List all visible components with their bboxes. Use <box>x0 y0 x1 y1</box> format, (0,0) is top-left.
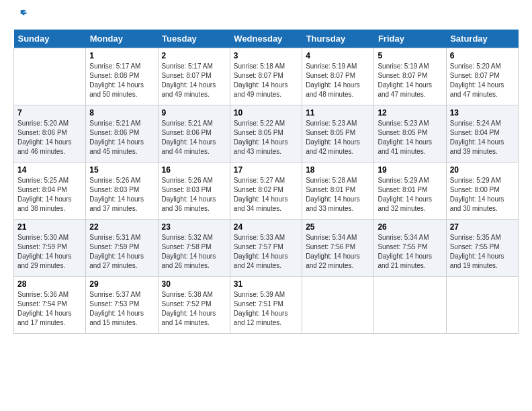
day-info: Sunrise: 5:19 AMSunset: 8:07 PMDaylight:… <box>378 62 442 99</box>
calendar-cell <box>302 277 374 334</box>
page-header <box>13 13 519 23</box>
day-number: 8 <box>89 108 154 118</box>
day-number: 12 <box>378 108 442 118</box>
calendar-cell: 13Sunrise: 5:24 AMSunset: 8:04 PMDayligh… <box>446 105 518 163</box>
day-number: 21 <box>17 222 82 232</box>
calendar-cell: 3Sunrise: 5:18 AMSunset: 8:07 PMDaylight… <box>230 48 302 105</box>
calendar-cell: 2Sunrise: 5:17 AMSunset: 8:07 PMDaylight… <box>158 48 230 105</box>
day-info: Sunrise: 5:30 AMSunset: 7:59 PMDaylight:… <box>17 233 82 271</box>
day-info: Sunrise: 5:20 AMSunset: 8:06 PMDaylight:… <box>17 119 82 156</box>
day-number: 25 <box>306 222 370 232</box>
calendar-cell: 4Sunrise: 5:19 AMSunset: 8:07 PMDaylight… <box>302 48 374 105</box>
day-number: 29 <box>89 279 154 289</box>
day-info: Sunrise: 5:23 AMSunset: 8:05 PMDaylight:… <box>378 119 442 156</box>
weekday-header-saturday: Saturday <box>446 30 518 48</box>
day-number: 2 <box>162 51 226 60</box>
day-info: Sunrise: 5:21 AMSunset: 8:06 PMDaylight:… <box>89 119 154 156</box>
calendar-week-4: 21Sunrise: 5:30 AMSunset: 7:59 PMDayligh… <box>14 220 519 277</box>
calendar-cell: 28Sunrise: 5:36 AMSunset: 7:54 PMDayligh… <box>14 277 86 334</box>
day-number: 13 <box>450 108 515 118</box>
calendar-cell: 26Sunrise: 5:34 AMSunset: 7:55 PMDayligh… <box>374 220 446 277</box>
day-number: 11 <box>306 108 370 118</box>
day-info: Sunrise: 5:20 AMSunset: 8:07 PMDaylight:… <box>450 62 515 99</box>
weekday-header-friday: Friday <box>374 30 446 48</box>
calendar-cell: 23Sunrise: 5:32 AMSunset: 7:58 PMDayligh… <box>158 220 230 277</box>
weekday-header-monday: Monday <box>86 30 158 48</box>
calendar-cell: 18Sunrise: 5:28 AMSunset: 8:01 PMDayligh… <box>302 163 374 220</box>
calendar-cell: 6Sunrise: 5:20 AMSunset: 8:07 PMDaylight… <box>446 48 518 105</box>
weekday-header-tuesday: Tuesday <box>158 30 230 48</box>
day-info: Sunrise: 5:28 AMSunset: 8:01 PMDaylight:… <box>306 176 370 214</box>
day-number: 16 <box>162 165 226 175</box>
day-number: 31 <box>234 279 298 289</box>
day-info: Sunrise: 5:35 AMSunset: 7:55 PMDaylight:… <box>450 233 515 271</box>
day-info: Sunrise: 5:38 AMSunset: 7:52 PMDaylight:… <box>162 290 226 328</box>
day-info: Sunrise: 5:31 AMSunset: 7:59 PMDaylight:… <box>89 233 154 271</box>
day-info: Sunrise: 5:33 AMSunset: 7:57 PMDaylight:… <box>234 233 298 271</box>
day-number: 5 <box>378 51 442 60</box>
day-info: Sunrise: 5:17 AMSunset: 8:08 PMDaylight:… <box>89 62 154 99</box>
calendar-cell: 22Sunrise: 5:31 AMSunset: 7:59 PMDayligh… <box>86 220 158 277</box>
day-number: 10 <box>234 108 298 118</box>
calendar-cell: 1Sunrise: 5:17 AMSunset: 8:08 PMDaylight… <box>86 48 158 105</box>
day-number: 26 <box>378 222 442 232</box>
calendar-header-row: SundayMondayTuesdayWednesdayThursdayFrid… <box>14 30 519 48</box>
calendar-cell: 12Sunrise: 5:23 AMSunset: 8:05 PMDayligh… <box>374 105 446 163</box>
calendar-cell: 16Sunrise: 5:26 AMSunset: 8:03 PMDayligh… <box>158 163 230 220</box>
day-info: Sunrise: 5:29 AMSunset: 8:00 PMDaylight:… <box>450 176 515 214</box>
day-info: Sunrise: 5:34 AMSunset: 7:56 PMDaylight:… <box>306 233 370 271</box>
day-number: 22 <box>89 222 154 232</box>
calendar-cell: 25Sunrise: 5:34 AMSunset: 7:56 PMDayligh… <box>302 220 374 277</box>
calendar-cell: 31Sunrise: 5:39 AMSunset: 7:51 PMDayligh… <box>230 277 302 334</box>
day-number: 4 <box>306 51 370 60</box>
day-number: 23 <box>162 222 226 232</box>
day-info: Sunrise: 5:34 AMSunset: 7:55 PMDaylight:… <box>378 233 442 271</box>
calendar-cell: 20Sunrise: 5:29 AMSunset: 8:00 PMDayligh… <box>446 163 518 220</box>
calendar-cell: 5Sunrise: 5:19 AMSunset: 8:07 PMDaylight… <box>374 48 446 105</box>
day-info: Sunrise: 5:29 AMSunset: 8:01 PMDaylight:… <box>378 176 442 214</box>
day-number: 6 <box>450 51 515 60</box>
day-info: Sunrise: 5:26 AMSunset: 8:03 PMDaylight:… <box>89 176 154 214</box>
calendar-cell: 14Sunrise: 5:25 AMSunset: 8:04 PMDayligh… <box>14 163 86 220</box>
weekday-header-sunday: Sunday <box>14 30 86 48</box>
calendar-cell: 27Sunrise: 5:35 AMSunset: 7:55 PMDayligh… <box>446 220 518 277</box>
calendar-cell: 29Sunrise: 5:37 AMSunset: 7:53 PMDayligh… <box>86 277 158 334</box>
day-number: 17 <box>234 165 298 175</box>
day-number: 27 <box>450 222 515 232</box>
day-info: Sunrise: 5:22 AMSunset: 8:05 PMDaylight:… <box>234 119 298 156</box>
day-number: 30 <box>162 279 226 289</box>
calendar-cell: 15Sunrise: 5:26 AMSunset: 8:03 PMDayligh… <box>86 163 158 220</box>
day-info: Sunrise: 5:17 AMSunset: 8:07 PMDaylight:… <box>162 62 226 99</box>
day-number: 7 <box>17 108 82 118</box>
day-info: Sunrise: 5:32 AMSunset: 7:58 PMDaylight:… <box>162 233 226 271</box>
day-info: Sunrise: 5:18 AMSunset: 8:07 PMDaylight:… <box>234 62 298 99</box>
day-number: 18 <box>306 165 370 175</box>
calendar-cell <box>446 277 518 334</box>
weekday-header-wednesday: Wednesday <box>230 30 302 48</box>
weekday-header-thursday: Thursday <box>302 30 374 48</box>
calendar-cell: 17Sunrise: 5:27 AMSunset: 8:02 PMDayligh… <box>230 163 302 220</box>
calendar-week-2: 7Sunrise: 5:20 AMSunset: 8:06 PMDaylight… <box>14 105 519 163</box>
calendar-cell: 9Sunrise: 5:21 AMSunset: 8:06 PMDaylight… <box>158 105 230 163</box>
calendar-cell: 7Sunrise: 5:20 AMSunset: 8:06 PMDaylight… <box>14 105 86 163</box>
day-info: Sunrise: 5:19 AMSunset: 8:07 PMDaylight:… <box>306 62 370 99</box>
calendar-table: SundayMondayTuesdayWednesdayThursdayFrid… <box>13 30 519 334</box>
day-number: 19 <box>378 165 442 175</box>
calendar-cell: 11Sunrise: 5:23 AMSunset: 8:05 PMDayligh… <box>302 105 374 163</box>
day-info: Sunrise: 5:37 AMSunset: 7:53 PMDaylight:… <box>89 290 154 328</box>
day-number: 14 <box>17 165 82 175</box>
calendar-cell: 24Sunrise: 5:33 AMSunset: 7:57 PMDayligh… <box>230 220 302 277</box>
calendar-cell: 19Sunrise: 5:29 AMSunset: 8:01 PMDayligh… <box>374 163 446 220</box>
calendar-cell <box>374 277 446 334</box>
calendar-cell <box>14 48 86 105</box>
logo <box>13 13 30 23</box>
calendar-cell: 8Sunrise: 5:21 AMSunset: 8:06 PMDaylight… <box>86 105 158 163</box>
day-info: Sunrise: 5:25 AMSunset: 8:04 PMDaylight:… <box>17 176 82 214</box>
calendar-cell: 30Sunrise: 5:38 AMSunset: 7:52 PMDayligh… <box>158 277 230 334</box>
day-number: 15 <box>89 165 154 175</box>
calendar-week-1: 1Sunrise: 5:17 AMSunset: 8:08 PMDaylight… <box>14 48 519 105</box>
calendar-cell: 10Sunrise: 5:22 AMSunset: 8:05 PMDayligh… <box>230 105 302 163</box>
day-info: Sunrise: 5:24 AMSunset: 8:04 PMDaylight:… <box>450 119 515 156</box>
day-info: Sunrise: 5:23 AMSunset: 8:05 PMDaylight:… <box>306 119 370 156</box>
day-number: 1 <box>89 51 154 60</box>
